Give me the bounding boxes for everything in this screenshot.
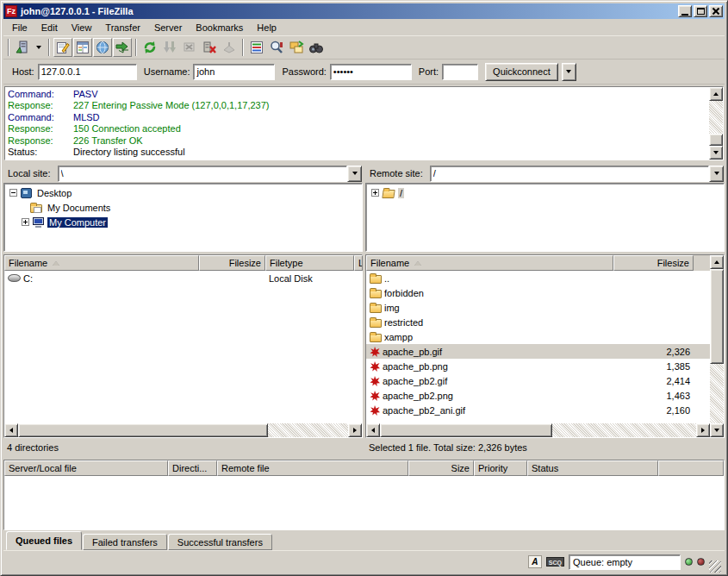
column-status[interactable]: Status xyxy=(527,460,658,476)
menu-help[interactable]: Help xyxy=(250,21,283,34)
file-row[interactable]: apache_pb2_ani.gif 2,160 xyxy=(366,403,710,417)
minimize-button[interactable] xyxy=(678,5,692,17)
remote-site-combo[interactable] xyxy=(430,166,724,182)
scrollbar-thumb[interactable] xyxy=(380,423,552,437)
local-horizontal-scrollbar[interactable] xyxy=(4,423,362,437)
local-list-rows: C: Local Disk xyxy=(4,271,362,423)
process-queue-icon xyxy=(162,40,177,55)
scroll-left-icon[interactable] xyxy=(4,423,18,437)
filezilla-window: Fz john@127.0.0.1 - FileZilla File Edit … xyxy=(0,0,728,576)
log-scrollbar[interactable] xyxy=(709,87,723,160)
menu-bookmarks[interactable]: Bookmarks xyxy=(189,21,250,34)
file-row[interactable]: xampp xyxy=(366,329,710,344)
menu-file[interactable]: File xyxy=(5,21,34,34)
site-manager-button[interactable] xyxy=(13,38,32,57)
toggle-local-tree-button[interactable] xyxy=(73,38,92,57)
menu-view[interactable]: View xyxy=(65,21,99,34)
tab-queued-files[interactable]: Queued files xyxy=(6,531,82,550)
local-site-combo[interactable] xyxy=(58,166,362,182)
tree-item-my-computer[interactable]: My Computer xyxy=(4,215,362,229)
username-input[interactable] xyxy=(193,64,275,80)
expand-icon[interactable] xyxy=(22,218,29,226)
toggle-transfer-queue-button[interactable] xyxy=(113,38,132,57)
log-line: Response:227 Entering Passive Mode (127,… xyxy=(8,100,706,111)
host-input[interactable] xyxy=(38,64,137,80)
scrollbar-track[interactable] xyxy=(710,364,724,423)
maximize-button[interactable] xyxy=(694,5,707,17)
remote-status-text: Selected 1 file. Total size: 2,326 bytes xyxy=(365,440,725,457)
resize-grip[interactable] xyxy=(709,560,721,573)
tree-item-my-documents[interactable]: My Documents xyxy=(4,200,362,215)
column-filesize[interactable]: Filesize xyxy=(613,255,694,271)
quickconnect-button[interactable]: Quickconnect xyxy=(485,63,558,81)
file-row[interactable]: apache_pb2.gif 2,414 xyxy=(366,373,710,388)
scrollbar-track[interactable] xyxy=(552,423,696,437)
scrollbar-track[interactable] xyxy=(709,101,723,134)
column-size[interactable]: Size xyxy=(408,460,474,476)
remote-site-label: Remote site: xyxy=(366,168,426,178)
menu-server[interactable]: Server xyxy=(147,21,189,34)
column-last-modified[interactable]: L xyxy=(354,255,363,271)
tab-successful-transfers[interactable]: Successful transfers xyxy=(168,534,272,550)
column-filename[interactable]: Filename xyxy=(4,255,199,271)
scrollbar-thumb[interactable] xyxy=(709,134,723,146)
scrollbar-track[interactable] xyxy=(268,423,348,437)
expand-icon[interactable] xyxy=(371,189,379,197)
scroll-right-icon[interactable] xyxy=(696,423,710,437)
titlebar[interactable]: Fz john@127.0.0.1 - FileZilla xyxy=(3,3,725,19)
remote-site-dropdown-button[interactable] xyxy=(709,166,724,182)
remote-horizontal-scrollbar[interactable] xyxy=(366,423,710,437)
column-direction[interactable]: Directi... xyxy=(168,460,217,476)
menu-edit[interactable]: Edit xyxy=(34,21,65,34)
file-row[interactable]: apache_pb.png 1,385 xyxy=(366,359,710,373)
scroll-down-icon[interactable] xyxy=(709,146,723,160)
scroll-right-icon[interactable] xyxy=(348,423,362,437)
quickconnect-dropdown-button[interactable] xyxy=(562,63,576,81)
file-row-c-drive[interactable]: C: Local Disk xyxy=(4,271,362,285)
refresh-button[interactable] xyxy=(140,38,159,57)
toggle-remote-tree-button[interactable] xyxy=(93,38,112,57)
scroll-up-icon[interactable] xyxy=(710,255,724,269)
column-filename[interactable]: Filename xyxy=(366,255,613,271)
port-input[interactable] xyxy=(442,64,478,80)
column-filesize[interactable]: Filesize xyxy=(199,255,265,271)
tree-item-desktop[interactable]: Desktop xyxy=(4,185,362,200)
close-button[interactable] xyxy=(709,5,723,17)
file-row[interactable]: restricted xyxy=(366,315,710,329)
column-remote-file[interactable]: Remote file xyxy=(217,460,408,476)
tab-failed-transfers[interactable]: Failed transfers xyxy=(83,534,167,550)
file-row[interactable]: apache_pb2.png 1,463 xyxy=(366,388,710,403)
tree-item-root[interactable]: / xyxy=(366,185,724,200)
file-row[interactable]: .. xyxy=(366,271,710,285)
cancel-button[interactable] xyxy=(180,38,199,57)
menu-transfer[interactable]: Transfer xyxy=(98,21,147,34)
scrollbar-thumb[interactable] xyxy=(710,269,724,364)
site-manager-dropdown-button[interactable] xyxy=(33,38,45,57)
find-files-button[interactable] xyxy=(267,38,286,57)
file-row[interactable]: img xyxy=(366,300,710,315)
process-queue-button[interactable] xyxy=(160,38,179,57)
scrollbar-thumb[interactable] xyxy=(18,423,268,437)
collapse-icon[interactable] xyxy=(9,189,17,197)
scroll-down-icon[interactable] xyxy=(710,423,724,437)
directory-comparison-button[interactable] xyxy=(307,38,326,57)
disconnect-button[interactable] xyxy=(200,38,219,57)
column-priority[interactable]: Priority xyxy=(474,460,527,476)
password-input[interactable] xyxy=(330,64,412,80)
remote-vertical-scrollbar[interactable] xyxy=(710,255,724,437)
directory-listing-filter-button[interactable] xyxy=(247,38,266,57)
toggle-message-log-button[interactable] xyxy=(53,38,72,57)
local-site-input[interactable] xyxy=(58,166,347,182)
column-filetype[interactable]: Filetype xyxy=(265,255,354,271)
column-server-local-file[interactable]: Server/Local file xyxy=(4,460,168,476)
scroll-up-icon[interactable] xyxy=(709,87,723,101)
file-row[interactable]: forbidden xyxy=(366,285,710,300)
scroll-left-icon[interactable] xyxy=(366,423,380,437)
remote-site-input[interactable] xyxy=(430,166,709,182)
reconnect-button[interactable] xyxy=(220,38,239,57)
folder-icon xyxy=(370,275,382,284)
local-site-dropdown-button[interactable] xyxy=(347,166,362,182)
file-row-selected[interactable]: apache_pb.gif 2,326 xyxy=(366,344,710,359)
folder-icon xyxy=(370,304,382,313)
synchronized-browsing-button[interactable] xyxy=(287,38,306,57)
